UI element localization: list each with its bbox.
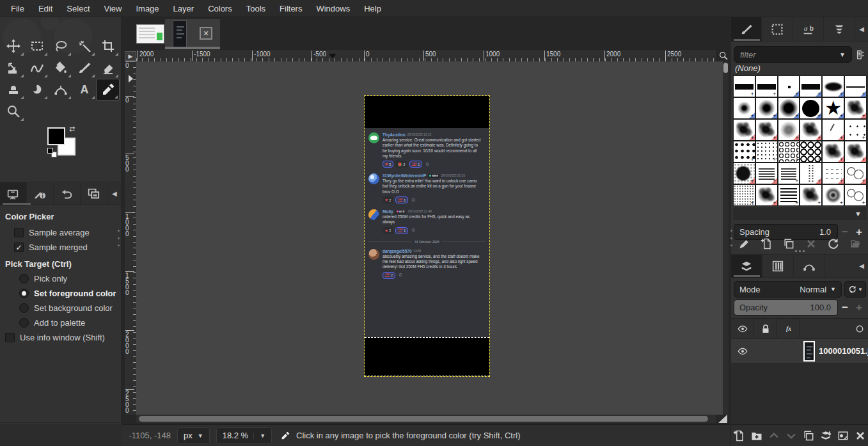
- text-tool[interactable]: A: [72, 79, 96, 100]
- unified-transform-tool[interactable]: [1, 57, 25, 79]
- bucket-fill-tool[interactable]: [49, 57, 72, 79]
- radio-add-to-palette[interactable]: Add to palette: [0, 315, 122, 330]
- color-picker-tool[interactable]: [96, 79, 120, 100]
- vertical-scrollbar[interactable]: [723, 61, 729, 415]
- paintbrush-tool[interactable]: [72, 57, 96, 79]
- radio-icon[interactable]: [19, 274, 29, 283]
- radio-icon[interactable]: [19, 318, 29, 328]
- tab-brushes[interactable]: [731, 17, 762, 42]
- brush-swatch[interactable]: +: [800, 141, 822, 163]
- brush-swatch[interactable]: +: [800, 184, 822, 206]
- radio-pick-only[interactable]: Pick only: [0, 271, 122, 286]
- delete-layer-icon[interactable]: [853, 429, 867, 443]
- new-brush-icon[interactable]: [760, 237, 774, 251]
- brush-swatch[interactable]: +: [778, 184, 800, 206]
- close-tab-icon[interactable]: ✕: [200, 27, 212, 40]
- refresh-brushes-icon[interactable]: [826, 237, 840, 251]
- brush-swatch[interactable]: +: [733, 141, 755, 163]
- tab-patterns[interactable]: [762, 17, 793, 42]
- merge-down-icon[interactable]: [819, 429, 833, 443]
- move-tool[interactable]: [1, 35, 25, 57]
- canvas-viewport[interactable]: ThyAustino29/10/2025 13:15Amazing servic…: [136, 61, 725, 415]
- fuzzy-select-tool[interactable]: [72, 35, 96, 57]
- brush-swatch[interactable]: +: [800, 76, 822, 97]
- smudge-tool[interactable]: [25, 79, 49, 100]
- warp-transform-tool[interactable]: [25, 57, 49, 79]
- brush-filter-input[interactable]: filter ▼: [734, 46, 852, 63]
- layers-list-empty-area[interactable]: [731, 363, 868, 424]
- brush-swatch[interactable]: +: [822, 184, 844, 206]
- checkbox-icon[interactable]: [5, 333, 15, 342]
- tab-paths[interactable]: [794, 255, 825, 278]
- brush-swatch[interactable]: +: [755, 184, 778, 206]
- brush-swatch[interactable]: +: [778, 119, 800, 141]
- checkbox-icon[interactable]: [14, 228, 24, 237]
- dock-menu-icon[interactable]: ◀: [855, 255, 868, 277]
- new-layer-icon[interactable]: [732, 429, 746, 443]
- visibility-eye-icon[interactable]: [731, 318, 754, 339]
- menu-help[interactable]: Help: [357, 1, 388, 16]
- brush-swatch[interactable]: +: [822, 76, 844, 97]
- swap-colors-icon[interactable]: ⇄: [69, 125, 75, 133]
- zoom-tool[interactable]: [1, 100, 25, 122]
- radio-icon[interactable]: [19, 289, 29, 298]
- edit-brush-icon[interactable]: [738, 237, 752, 251]
- menu-filters[interactable]: Filters: [272, 1, 309, 16]
- brush-swatch[interactable]: +: [755, 141, 778, 163]
- menu-select[interactable]: Select: [59, 1, 97, 16]
- horizontal-ruler[interactable]: 2000-1500-1000-500050010001500200025003: [136, 50, 716, 61]
- paths-tool[interactable]: [49, 79, 72, 100]
- brush-swatch[interactable]: ★+: [822, 97, 844, 119]
- brush-swatch[interactable]: +: [755, 163, 778, 184]
- brush-swatch[interactable]: +: [755, 119, 778, 141]
- brush-swatch[interactable]: +: [733, 163, 755, 184]
- brush-swatch[interactable]: +: [822, 119, 844, 141]
- brush-swatch[interactable]: +: [733, 184, 755, 206]
- brush-swatch[interactable]: +: [844, 97, 867, 119]
- brush-swatch[interactable]: +: [778, 163, 800, 184]
- brush-grid-expander[interactable]: ▼: [733, 207, 867, 220]
- brush-swatch[interactable]: +: [733, 97, 755, 119]
- brush-swatch[interactable]: +: [822, 163, 844, 184]
- opacity-increase-icon[interactable]: +: [852, 301, 866, 314]
- default-colors-icon[interactable]: [47, 148, 53, 154]
- opacity-decrease-icon[interactable]: −: [838, 301, 852, 314]
- menu-layer[interactable]: Layer: [166, 1, 201, 16]
- brush-swatch[interactable]: +: [755, 97, 778, 119]
- use-info-window-row[interactable]: Use info window (Shift): [0, 330, 122, 345]
- menu-file[interactable]: File: [4, 1, 31, 16]
- brush-swatch[interactable]: +: [800, 97, 822, 119]
- menu-image[interactable]: Image: [129, 1, 166, 16]
- filter-circle-icon[interactable]: [855, 324, 865, 334]
- menu-tools[interactable]: Tools: [239, 1, 272, 16]
- rectangle-select-tool[interactable]: [25, 35, 49, 57]
- brush-swatch[interactable]: +: [844, 184, 867, 206]
- layer-effects-fx-icon[interactable]: fx: [777, 318, 800, 339]
- tab-gradients[interactable]: [824, 17, 855, 42]
- option-sample-merged[interactable]: ✓Sample merged: [0, 240, 122, 255]
- menu-view[interactable]: View: [97, 1, 129, 16]
- tab-tool-options[interactable]: [0, 182, 27, 205]
- dock-menu-icon[interactable]: ◀: [855, 17, 868, 41]
- radio-set-foreground-color[interactable]: Set foreground color: [0, 286, 122, 301]
- image-tab-2-active[interactable]: ✕: [165, 19, 220, 49]
- image-tab-1[interactable]: [127, 19, 167, 49]
- brush-swatch[interactable]: +: [844, 76, 867, 97]
- option-sample-average[interactable]: Sample average: [0, 225, 122, 240]
- vertical-ruler[interactable]: 005 0 01 0 0 01 5 0 02 0 0 02 5 0 0: [125, 61, 136, 415]
- brush-swatch[interactable]: +: [844, 163, 867, 184]
- brush-swatch[interactable]: +: [733, 76, 755, 97]
- ruler-origin-button[interactable]: ▶: [125, 51, 136, 61]
- tab-device-status[interactable]: i: [27, 182, 54, 205]
- free-select-tool[interactable]: [49, 35, 72, 57]
- eraser-tool[interactable]: [96, 57, 120, 79]
- new-layer-group-icon[interactable]: [750, 429, 764, 443]
- menu-colors[interactable]: Colors: [201, 1, 239, 16]
- brush-view-mode-icon[interactable]: [855, 48, 866, 61]
- navigation-preview-icon[interactable]: [718, 415, 727, 423]
- discord-screenshot-layer[interactable]: ThyAustino29/10/2025 13:15Amazing servic…: [365, 96, 489, 376]
- brush-swatch[interactable]: +: [844, 119, 867, 141]
- panel-resize-handle[interactable]: [117, 230, 120, 246]
- duplicate-brush-icon[interactable]: [782, 237, 796, 251]
- lock-icon[interactable]: [754, 318, 777, 339]
